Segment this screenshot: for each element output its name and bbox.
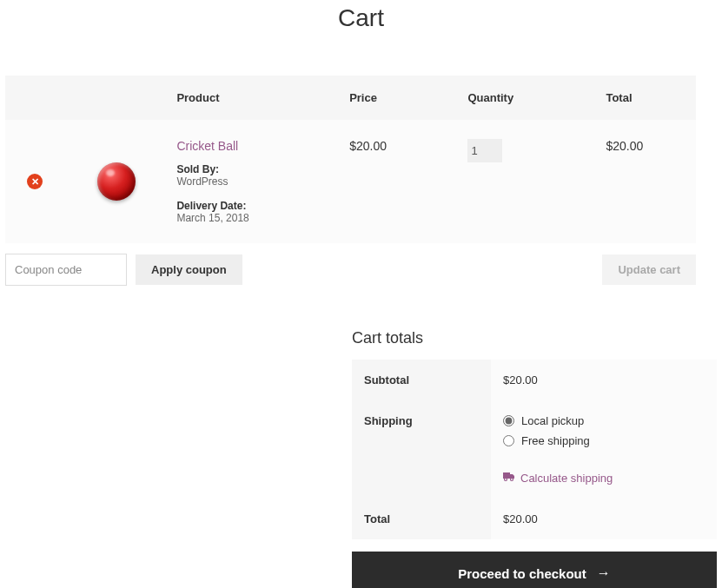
item-total: $20.00 — [606, 139, 643, 153]
sold-by-label: Sold By: — [176, 163, 332, 175]
cart-table: Product Price Quantity Total ✕ Cricket B… — [5, 76, 696, 243]
proceed-to-checkout-button[interactable]: Proceed to checkout → — [352, 552, 717, 588]
delivery-date-label: Delivery Date: — [176, 200, 332, 212]
product-thumbnail[interactable] — [97, 162, 136, 201]
shipping-option-local-pickup[interactable]: Local pickup — [503, 414, 705, 427]
page-title: Cart — [0, 4, 722, 32]
shipping-radio-free-shipping[interactable] — [503, 435, 514, 446]
svg-point-0 — [505, 479, 507, 481]
remove-item-icon[interactable]: ✕ — [27, 174, 43, 189]
total-value: $20.00 — [491, 499, 717, 539]
col-header-remove — [5, 76, 64, 120]
subtotal-value: $20.00 — [491, 360, 717, 400]
shipping-option-free-shipping[interactable]: Free shipping — [503, 434, 705, 447]
apply-coupon-button[interactable]: Apply coupon — [136, 254, 242, 285]
quantity-input[interactable] — [467, 139, 502, 162]
sold-by-value: WordPress — [176, 175, 332, 188]
checkout-button-label: Proceed to checkout — [458, 566, 586, 581]
item-price: $20.00 — [349, 139, 387, 153]
col-header-product: Product — [168, 76, 341, 120]
truck-icon — [503, 472, 515, 485]
col-header-thumb — [64, 76, 168, 120]
shipping-free-shipping-label: Free shipping — [521, 434, 590, 447]
shipping-label: Shipping — [352, 400, 491, 499]
shipping-local-pickup-label: Local pickup — [521, 414, 584, 427]
totals-table: Subtotal $20.00 Shipping Local pickup Fr… — [352, 360, 717, 539]
delivery-date-value: March 15, 2018 — [176, 212, 332, 224]
subtotal-label: Subtotal — [352, 360, 491, 400]
coupon-code-input[interactable] — [5, 254, 127, 286]
update-cart-button[interactable]: Update cart — [602, 254, 696, 285]
cart-totals: Cart totals Subtotal $20.00 Shipping Loc… — [352, 329, 717, 588]
arrow-right-icon: → — [597, 565, 611, 581]
col-header-quantity: Quantity — [459, 76, 597, 120]
table-row: ✕ Cricket Ball Sold By: WordPress Delive… — [5, 120, 696, 243]
col-header-price: Price — [341, 76, 459, 120]
calculate-shipping-label: Calculate shipping — [520, 472, 613, 485]
cart-actions: Apply coupon Update cart — [5, 254, 696, 286]
cart-totals-title: Cart totals — [352, 329, 717, 347]
product-name-link[interactable]: Cricket Ball — [176, 139, 238, 153]
calculate-shipping-link[interactable]: Calculate shipping — [503, 472, 613, 485]
shipping-radio-local-pickup[interactable] — [503, 415, 514, 426]
total-label: Total — [352, 499, 491, 539]
col-header-total: Total — [597, 76, 696, 120]
svg-point-1 — [511, 479, 513, 481]
